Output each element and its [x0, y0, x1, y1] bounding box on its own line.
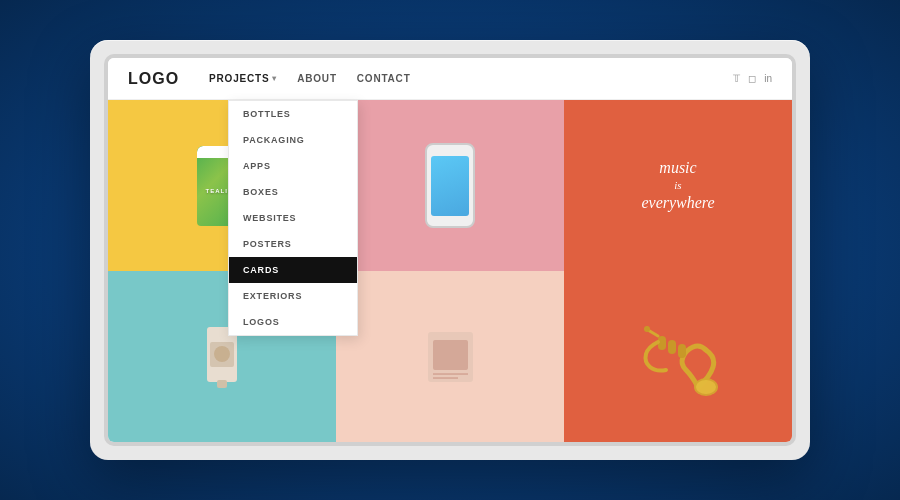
logo[interactable]: LOGO [128, 70, 179, 88]
chevron-down-icon: ▾ [272, 74, 277, 83]
grid-cell-pink-product [336, 271, 564, 442]
phone-container [336, 100, 564, 271]
music-line1: music [641, 158, 714, 179]
dropdown-item-bottles[interactable]: BOTTLES [229, 101, 357, 127]
instagram-icon[interactable]: ◻ [748, 73, 756, 84]
nav-projects[interactable]: PROJECTS ▾ [209, 73, 277, 84]
svg-rect-10 [678, 344, 686, 358]
trumpet-illustration [638, 312, 718, 402]
svg-rect-3 [217, 380, 227, 388]
portfolio-grid: TEALINA music is [108, 100, 792, 442]
grid-cell-trumpet [564, 271, 792, 442]
phone-illustration [425, 143, 475, 228]
nav-links: PROJECTS ▾ ABOUT CONTACT [209, 73, 733, 84]
laptop: LOGO PROJECTS ▾ ABOUT CONTACT 𝕋 ◻ [90, 40, 810, 460]
dropdown-menu: BOTTLES PACKAGING APPS BOXES WEBSITES PO… [228, 100, 358, 336]
dropdown-item-cards[interactable]: CARDS [229, 257, 357, 283]
dropdown-item-boxes[interactable]: BOXES [229, 179, 357, 205]
phone-screen [431, 156, 469, 216]
svg-point-2 [214, 346, 230, 362]
svg-rect-5 [433, 340, 468, 370]
music-text-container: music is everywhere [564, 100, 792, 271]
music-line3: everywhere [641, 193, 714, 214]
grid-cell-music-text: music is everywhere [564, 100, 792, 271]
svg-rect-11 [668, 340, 676, 354]
music-line2: is [641, 178, 714, 192]
nav-social: 𝕋 ◻ in [733, 73, 772, 84]
svg-point-9 [696, 380, 716, 394]
svg-point-14 [644, 326, 650, 332]
navbar: LOGO PROJECTS ▾ ABOUT CONTACT 𝕋 ◻ [108, 58, 792, 100]
nav-contact[interactable]: CONTACT [357, 73, 411, 84]
music-text: music is everywhere [641, 158, 714, 214]
dropdown-item-posters[interactable]: POSTERS [229, 231, 357, 257]
grid-cell-phone [336, 100, 564, 271]
dropdown-item-exteriors[interactable]: EXTERIORS [229, 283, 357, 309]
screen-bezel: LOGO PROJECTS ▾ ABOUT CONTACT 𝕋 ◻ [104, 54, 796, 446]
card-product-illustration [423, 322, 478, 392]
dropdown-item-apps[interactable]: APPS [229, 153, 357, 179]
screen: LOGO PROJECTS ▾ ABOUT CONTACT 𝕋 ◻ [108, 58, 792, 442]
linkedin-icon[interactable]: in [764, 73, 772, 84]
twitter-icon[interactable]: 𝕋 [733, 73, 740, 84]
svg-line-13 [648, 330, 658, 336]
dropdown-item-websites[interactable]: WEBSITES [229, 205, 357, 231]
nav-about[interactable]: ABOUT [297, 73, 337, 84]
dropdown-item-logos[interactable]: LOGOS [229, 309, 357, 335]
dropdown-item-packaging[interactable]: PACKAGING [229, 127, 357, 153]
